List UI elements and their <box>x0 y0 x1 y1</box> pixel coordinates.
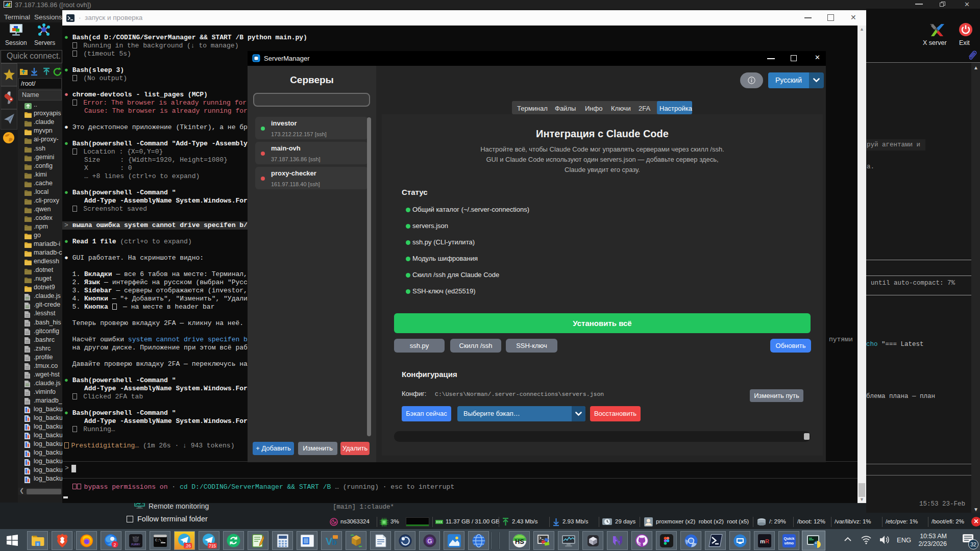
svg-text:2: 2 <box>113 541 116 547</box>
svg-text:C:\_: C:\_ <box>155 539 163 542</box>
svg-text:G: G <box>427 537 432 544</box>
svg-text:utmo: utmo <box>784 541 794 545</box>
svg-text:FURRY: FURRY <box>131 543 140 546</box>
svg-text:Quick: Quick <box>783 536 795 541</box>
svg-text:HS: HS <box>514 537 524 545</box>
svg-text:.26: .26 <box>185 543 191 548</box>
svg-text:b: b <box>332 538 337 546</box>
svg-text:715: 715 <box>208 543 215 548</box>
svg-text:m: m <box>760 538 765 544</box>
svg-text:R: R <box>765 538 769 544</box>
